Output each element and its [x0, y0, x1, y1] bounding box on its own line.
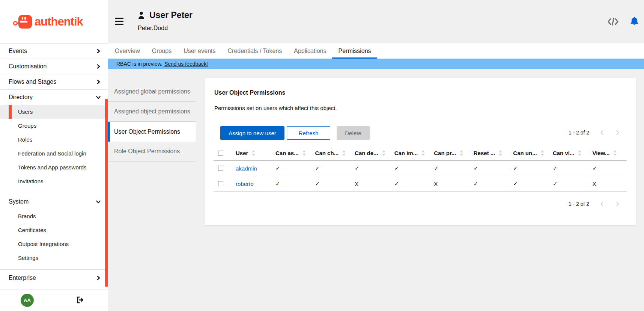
sidebar-item-label: Roles [18, 136, 32, 143]
brand-logo[interactable]: authentik [0, 0, 108, 43]
brand-wordmark: authentik [35, 15, 83, 29]
sidebar-item-label: Events [9, 48, 27, 54]
api-code-icon[interactable] [607, 17, 619, 27]
sidebar-item-tokens[interactable]: Tokens and App passwords [0, 160, 108, 174]
pagination-prev-button[interactable] [599, 201, 605, 207]
notifications-bell-icon[interactable] [630, 16, 639, 27]
nav-group-flows: Flows and Stages [0, 74, 108, 89]
permission-subtabs: Assigned global permissions Assigned obj… [108, 82, 196, 162]
row-checkbox[interactable] [218, 181, 223, 186]
sort-icon [541, 150, 544, 156]
sidebar-item-certificates[interactable]: Certificates [0, 223, 108, 237]
table-row: akadmin ✓ ✓ ✓ ✓ ✓ ✓ ✓ ✓ ✓ [214, 161, 627, 176]
sort-icon [342, 150, 346, 156]
tab-user-events[interactable]: User events [178, 43, 221, 59]
sidebar-item-label: System [9, 198, 29, 205]
sidebar-item-label: Settings [18, 255, 38, 261]
sidebar-item-enterprise[interactable]: Enterprise [0, 270, 108, 286]
sidebar-item-label: Federation and Social login [18, 150, 86, 157]
column-header-can-impersonate[interactable]: Can im... [389, 150, 429, 156]
sidebar-item-users[interactable]: Users [0, 105, 108, 119]
column-header-view[interactable]: View... [587, 150, 627, 156]
sidebar-item-label: Certificates [18, 227, 46, 233]
chevron-right-icon [96, 80, 101, 84]
sidebar-nav: Events Customisation Flows and Stages [0, 43, 108, 286]
pagination-next-button[interactable] [615, 201, 621, 207]
hamburger-menu-icon[interactable] [115, 18, 123, 25]
sidebar-item-label: Brands [18, 213, 36, 219]
authentik-logo-icon [13, 13, 34, 30]
pagination-prev-button[interactable] [599, 129, 605, 136]
sidebar-item-label: Enterprise [9, 275, 36, 281]
tab-overview[interactable]: Overview [109, 43, 146, 59]
subtab-label: Assigned object permissions [114, 108, 190, 115]
column-header-can-assign[interactable]: Can as... [270, 150, 310, 156]
refresh-button[interactable]: Refresh [287, 126, 331, 140]
perm-value: ✓ [553, 180, 558, 187]
column-header-can-unassign[interactable]: Can un... [508, 150, 548, 156]
column-header-can-view[interactable]: Can vi... [548, 150, 587, 156]
perm-value: ✓ [474, 180, 478, 187]
tab-applications[interactable]: Applications [288, 43, 332, 59]
chevron-down-icon [96, 200, 101, 204]
feedback-link[interactable]: Send us feedback! [164, 61, 208, 67]
column-header-can-preview[interactable]: Can pr... [429, 150, 468, 156]
avatar[interactable]: AA [21, 294, 34, 307]
sidebar-item-label: Customisation [9, 63, 47, 70]
subtab-role-object-permissions[interactable]: Role Object Permissions [108, 142, 196, 162]
tab-label: Groups [152, 48, 172, 54]
perm-value: ✓ [513, 165, 518, 172]
sidebar-scrollbar[interactable] [105, 99, 108, 287]
perm-value: ✓ [434, 165, 439, 172]
table-row: roberto ✓ ✓ X ✓ X ✓ ✓ ✓ X [214, 176, 627, 192]
page-title: User Peter [149, 10, 193, 20]
sidebar-item-customisation[interactable]: Customisation [0, 59, 108, 74]
user-object-permissions-card: User Object Permissions Permissions set … [205, 78, 636, 225]
sidebar-item-federation[interactable]: Federation and Social login [0, 146, 108, 160]
perm-value: ✓ [474, 165, 478, 172]
banner-text: RBAC is in preview. [116, 61, 163, 67]
column-header-reset[interactable]: Reset ... [468, 150, 508, 156]
delete-button[interactable]: Delete [337, 126, 369, 140]
subtab-label: Assigned global permissions [114, 88, 190, 95]
sort-icon [421, 150, 425, 156]
sidebar-item-brands[interactable]: Brands [0, 209, 108, 223]
subtab-assigned-global-permissions[interactable]: Assigned global permissions [108, 82, 196, 102]
sidebar-item-events[interactable]: Events [0, 44, 108, 59]
tab-credentials-tokens[interactable]: Credentials / Tokens [222, 43, 288, 59]
subtab-assigned-object-permissions[interactable]: Assigned object permissions [108, 102, 196, 122]
table-header-row: User Can as... Can ch... Can de... [214, 146, 627, 161]
sidebar-item-invitations[interactable]: Invitations [0, 174, 108, 188]
sign-out-icon[interactable] [77, 296, 84, 305]
sidebar-item-system[interactable]: System [0, 194, 108, 209]
perm-value: ✓ [513, 180, 518, 187]
perm-value: ✓ [275, 180, 280, 187]
sidebar-item-label: Users [18, 109, 33, 115]
subtab-user-object-permissions[interactable]: User Object Permissions [108, 122, 196, 142]
sidebar-item-directory[interactable]: Directory [0, 90, 108, 105]
tab-permissions[interactable]: Permissions [332, 43, 377, 59]
user-link[interactable]: roberto [236, 181, 254, 187]
column-header-can-change[interactable]: Can ch... [310, 150, 350, 156]
tab-label: Applications [294, 48, 326, 54]
sidebar-item-groups[interactable]: Groups [0, 119, 108, 133]
user-link[interactable]: akadmin [236, 165, 257, 172]
sidebar-item-outpost-integrations[interactable]: Outpost Integrations [0, 237, 108, 251]
column-header-user[interactable]: User [230, 150, 270, 156]
assign-to-new-user-button[interactable]: Assign to new user [220, 126, 284, 140]
pagination-next-button[interactable] [615, 129, 621, 136]
sidebar-item-flows-and-stages[interactable]: Flows and Stages [0, 74, 108, 89]
sidebar-item-label: Outpost Integrations [18, 241, 69, 247]
tab-label: Permissions [338, 48, 371, 54]
select-all-checkbox[interactable] [218, 151, 223, 156]
tab-groups[interactable]: Groups [146, 43, 178, 59]
content-body: Assigned global permissions Assigned obj… [108, 69, 644, 311]
masthead: User Peter Peter.Dodd [108, 0, 644, 43]
sidebar-item-roles[interactable]: Roles [0, 133, 108, 146]
sidebar-item-settings[interactable]: Settings [0, 251, 108, 265]
tab-label: Credentials / Tokens [228, 48, 282, 54]
row-checkbox[interactable] [218, 166, 223, 171]
toolbar: Assign to new user Refresh Delete [220, 126, 370, 140]
column-header-can-delete[interactable]: Can de... [349, 150, 389, 156]
sort-icon [578, 150, 581, 156]
